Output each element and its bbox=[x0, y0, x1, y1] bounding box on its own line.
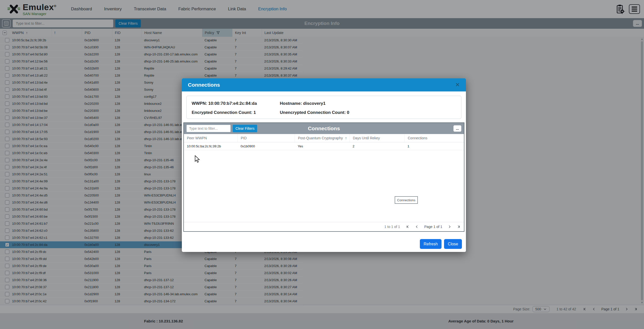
connections-clear-filters-button[interactable]: Clear Filters bbox=[233, 125, 257, 132]
summary-unencrypted-count: Unencrypted Connection Count: 0 bbox=[280, 110, 349, 115]
cell-peer-wwpn: 10:00:5c:ba:2c:fc:39:2b bbox=[184, 142, 238, 150]
connections-page-indicator: Page 1 of 1 bbox=[424, 225, 442, 229]
column-header-connections[interactable]: Connections bbox=[404, 134, 464, 142]
summary-encrypted-count: Encrypted Connection Count: 1 bbox=[192, 110, 256, 115]
first-page-icon[interactable] bbox=[406, 225, 410, 228]
connections-dialog: Connections ✕ WWPN: 10:00:70:b7:e4:2c:84… bbox=[182, 78, 466, 252]
connections-table-row[interactable]: 10:00:5c:ba:2c:fc:39:2b 0x1b0900 Yes 2 1 bbox=[184, 142, 464, 150]
connections-table-header: Peer WWPN PID Post-Quantum Cryptography … bbox=[184, 134, 464, 142]
column-header-days-until-rekey[interactable]: Days Until Rekey bbox=[350, 134, 404, 142]
dialog-close-button[interactable]: Close bbox=[444, 239, 462, 249]
cell-peer-pid: 0x1b0900 bbox=[238, 142, 295, 150]
dialog-header: Connections ✕ bbox=[182, 78, 466, 91]
cell-pqc: Yes bbox=[295, 142, 350, 150]
connections-table-body: 10:00:5c:ba:2c:fc:39:2b 0x1b0900 Yes 2 1 bbox=[184, 142, 464, 150]
connections-tooltip: Connections bbox=[395, 196, 418, 204]
connections-more-options-button[interactable]: ... bbox=[453, 125, 461, 132]
cell-days-until-rekey: 2 bbox=[350, 142, 404, 150]
sort-asc-icon: ↑ bbox=[345, 136, 347, 140]
dialog-title: Connections bbox=[188, 82, 220, 88]
refresh-button[interactable]: Refresh bbox=[420, 239, 442, 249]
connections-grid-panel: Clear Filters Connections ... Peer WWPN … bbox=[183, 122, 464, 232]
close-icon[interactable]: ✕ bbox=[455, 82, 460, 88]
column-header-pqc[interactable]: Post-Quantum Cryptography ↑ bbox=[295, 134, 350, 142]
column-header-peer-wwpn[interactable]: Peer WWPN bbox=[184, 134, 238, 142]
connections-row-range-label: 1 to 1 of 1 bbox=[384, 225, 400, 229]
connection-summary-card: WWPN: 10:00:70:b7:e4:2c:84:da Hostname: … bbox=[186, 96, 461, 119]
summary-wwpn: WWPN: 10:00:70:b7:e4:2c:84:da bbox=[192, 101, 257, 106]
last-page-icon[interactable] bbox=[457, 225, 460, 228]
connections-filter-input[interactable] bbox=[186, 125, 231, 132]
app-window: Emulex® SAN Manager Dashboard Inventory … bbox=[0, 0, 644, 329]
mouse-cursor bbox=[194, 155, 200, 163]
previous-page-icon[interactable] bbox=[415, 225, 419, 228]
summary-hostname: Hostname: discovery1 bbox=[280, 101, 325, 106]
connections-grid-toolbar: Clear Filters Connections ... bbox=[184, 123, 464, 134]
column-header-peer-pid[interactable]: PID bbox=[238, 134, 295, 142]
connections-pagination-bar: 1 to 1 of 1 Page 1 of 1 bbox=[184, 222, 464, 231]
cell-connections: 1 bbox=[404, 142, 464, 150]
next-page-icon[interactable] bbox=[448, 225, 451, 228]
